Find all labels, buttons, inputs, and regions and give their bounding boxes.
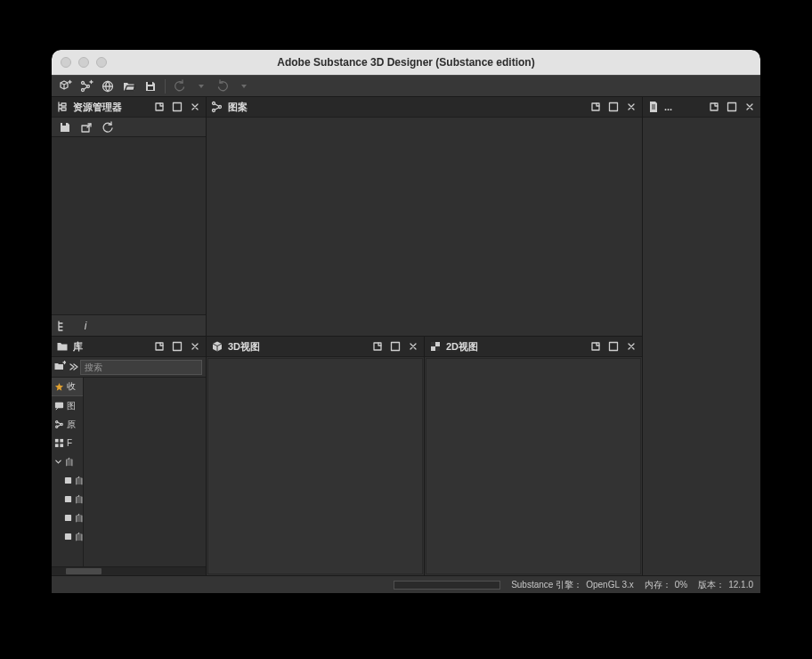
properties-header: ... <box>643 97 760 118</box>
library-category-label: 原 <box>67 419 83 431</box>
undo-button[interactable] <box>170 77 190 95</box>
svg-rect-4 <box>148 82 152 85</box>
minimize-window-button[interactable] <box>78 57 89 68</box>
library-subcategory-item[interactable]: 自 <box>52 527 83 546</box>
library-subcategory-item[interactable]: 自 <box>52 490 83 508</box>
library-subcategory-label: 自 <box>75 475 83 487</box>
explorer-panel: 资源管理器 i <box>52 97 206 336</box>
graph-close-button[interactable] <box>624 100 638 114</box>
explorer-title: 资源管理器 <box>73 101 149 114</box>
library-scrollbar[interactable] <box>52 566 206 575</box>
graph-icon <box>210 100 224 114</box>
svg-rect-32 <box>65 515 71 521</box>
library-maximize-button[interactable] <box>170 339 184 354</box>
graph-canvas[interactable] <box>207 118 642 336</box>
library-category-item[interactable]: 原 <box>52 415 83 434</box>
svg-rect-21 <box>174 343 182 351</box>
explorer-header: 资源管理器 <box>52 97 206 118</box>
svg-rect-19 <box>728 103 736 111</box>
library-float-button[interactable] <box>152 339 166 354</box>
view-3d-panel: 3D视图 <box>207 337 424 575</box>
close-window-button[interactable] <box>61 57 71 68</box>
new-substance-button[interactable] <box>55 77 75 95</box>
zoom-window-button[interactable] <box>96 57 107 68</box>
library-title: 库 <box>73 340 149 354</box>
explorer-maximize-button[interactable] <box>170 100 184 114</box>
svg-rect-40 <box>610 343 618 351</box>
svg-rect-30 <box>65 477 71 484</box>
explorer-toolbar <box>52 118 206 137</box>
svg-rect-39 <box>592 343 599 350</box>
svg-rect-18 <box>710 103 718 110</box>
library-close-button[interactable] <box>188 339 202 354</box>
open-file-button[interactable] <box>119 77 139 95</box>
view-3d-float-button[interactable] <box>370 339 385 354</box>
svg-rect-34 <box>374 343 381 350</box>
view-3d-maximize-button[interactable] <box>388 339 402 354</box>
explorer-content[interactable] <box>52 137 206 314</box>
view-2d-float-button[interactable] <box>589 339 603 354</box>
svg-text:i: i <box>85 320 87 332</box>
graph-float-button[interactable] <box>589 100 603 114</box>
status-version-value: 12.1.0 <box>728 580 753 590</box>
properties-doc-icon <box>646 100 661 114</box>
library-expand-button[interactable] <box>68 358 78 376</box>
view-2d-icon <box>428 339 443 354</box>
svg-rect-37 <box>431 342 435 346</box>
view-2d-close-button[interactable] <box>624 339 638 354</box>
status-bar: Substance 引擎： OpenGL 3.x 内存： 0% 版本： 12.1… <box>52 575 760 593</box>
new-graph-button[interactable] <box>77 77 96 95</box>
svg-rect-33 <box>65 533 71 540</box>
svg-rect-10 <box>62 123 66 126</box>
properties-maximize-button[interactable] <box>725 100 739 114</box>
explorer-hierarchy-icon[interactable] <box>55 319 69 333</box>
library-subcategory-item[interactable]: 自 <box>52 508 83 527</box>
library-category-label: 自 <box>65 456 83 468</box>
view-3d-close-button[interactable] <box>406 339 420 354</box>
properties-close-button[interactable] <box>743 100 757 114</box>
svg-rect-22 <box>55 403 63 408</box>
library-toolbar <box>52 357 206 378</box>
library-search-expand-button[interactable] <box>204 358 206 376</box>
save-all-button[interactable] <box>141 77 160 95</box>
library-category-label: 收 <box>67 380 83 393</box>
library-subcategory-label: 自 <box>75 512 83 525</box>
explorer-save-button[interactable] <box>55 118 75 136</box>
explorer-close-button[interactable] <box>188 100 202 114</box>
redo-dropdown-button[interactable] <box>234 77 254 95</box>
svg-rect-5 <box>148 86 153 90</box>
undo-dropdown-button[interactable] <box>191 77 211 95</box>
library-scrollbar-thumb[interactable] <box>66 568 102 574</box>
library-category-item[interactable]: F <box>52 434 83 452</box>
titlebar: Adobe Substance 3D Designer (Substance e… <box>52 50 760 75</box>
open-web-button[interactable] <box>98 77 118 95</box>
properties-float-button[interactable] <box>707 100 721 114</box>
library-add-folder-button[interactable] <box>53 358 66 376</box>
svg-rect-28 <box>55 443 59 447</box>
chevron-down-icon <box>54 458 62 466</box>
library-subcategory-item[interactable]: 自 <box>52 471 83 490</box>
view-2d-viewport[interactable] <box>426 358 641 574</box>
properties-panel: ... <box>643 97 760 575</box>
svg-rect-6 <box>61 103 66 106</box>
status-version-label: 版本： <box>698 579 725 591</box>
library-content[interactable] <box>84 378 206 566</box>
library-category-item[interactable]: 图 <box>52 396 83 415</box>
library-category-favorites[interactable]: 收 <box>52 378 83 396</box>
library-search-input[interactable] <box>80 360 202 375</box>
svg-rect-26 <box>55 439 59 443</box>
library-category-label: F <box>67 438 83 448</box>
explorer-info-icon[interactable]: i <box>78 319 93 333</box>
graph-maximize-button[interactable] <box>606 100 621 114</box>
view-3d-viewport[interactable] <box>207 358 423 574</box>
view-2d-header: 2D视图 <box>425 337 642 357</box>
redo-button[interactable] <box>213 77 232 95</box>
properties-content[interactable] <box>643 118 760 575</box>
library-category-expandable[interactable]: 自 <box>52 452 83 471</box>
explorer-float-button[interactable] <box>152 100 166 114</box>
explorer-export-button[interactable] <box>77 118 96 136</box>
svg-rect-29 <box>60 443 63 447</box>
view-2d-maximize-button[interactable] <box>606 339 621 354</box>
explorer-refresh-button[interactable] <box>98 118 118 136</box>
svg-rect-31 <box>65 496 71 502</box>
